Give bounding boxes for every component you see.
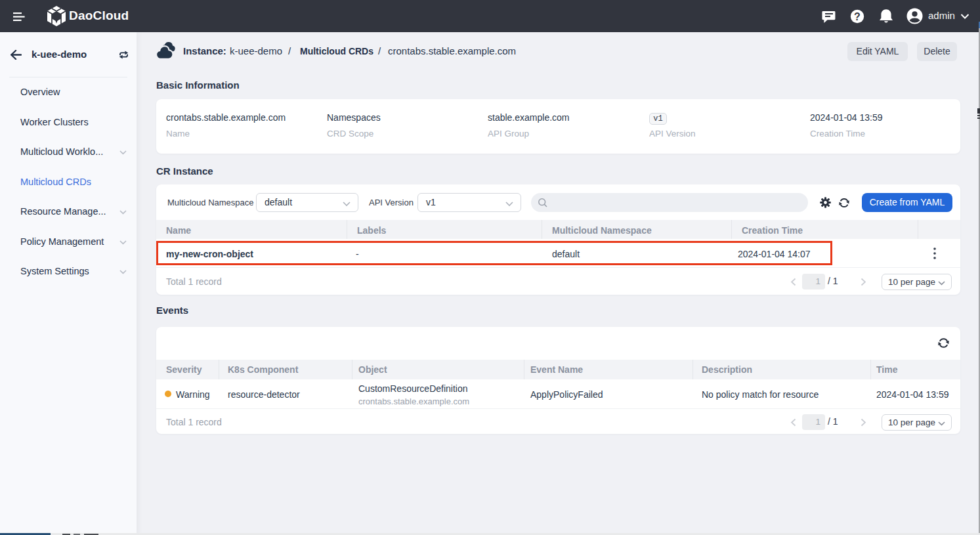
svg-text:?: ? — [854, 11, 861, 22]
